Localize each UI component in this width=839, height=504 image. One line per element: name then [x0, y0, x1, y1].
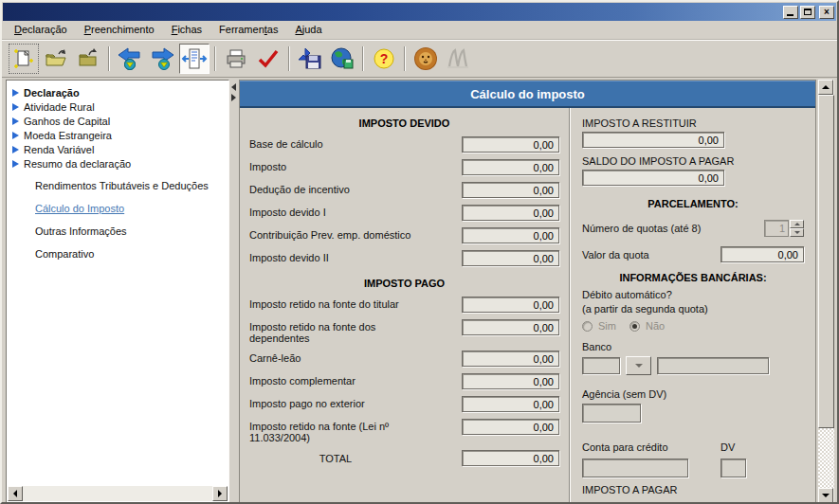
scroll-down-button[interactable] [818, 488, 833, 503]
scroll-up-button[interactable] [818, 80, 833, 95]
field-label: Dedução de incentivo [249, 182, 462, 195]
form-navigator-button[interactable] [179, 44, 210, 74]
valor-quota-label: Valor da quota [582, 249, 720, 261]
transmit-internet-button[interactable] [327, 44, 357, 74]
quotas-spinner[interactable]: 1 [764, 220, 804, 237]
sidebar-item[interactable]: Moeda Estrangeira [12, 128, 227, 142]
signature-button[interactable] [443, 44, 473, 74]
field-label: Imposto retido na fonte do titular [249, 297, 462, 310]
sidebar-item[interactable]: Resumo da declaração [12, 156, 227, 171]
sidebar-horizontal-scrollbar[interactable] [8, 486, 228, 501]
amount-field[interactable]: 0,00 [462, 319, 559, 335]
maximize-button[interactable] [800, 6, 815, 19]
imposto-devido-rows: Base de cálculo0,00Imposto0,00Dedução de… [249, 136, 559, 266]
menu-item[interactable]: Ajuda [286, 22, 330, 38]
amount-field[interactable]: 0,00 [462, 227, 559, 243]
sidebar-item[interactable]: Comparativo [35, 246, 227, 261]
conta-field[interactable] [582, 459, 688, 477]
sidebar-item[interactable]: Declaração [12, 85, 227, 99]
agencia-label: Agência (sem DV) [582, 388, 804, 400]
scrollbar-track[interactable] [818, 428, 834, 488]
restituir-field[interactable]: 0,00 [582, 132, 724, 148]
amount-field[interactable]: 0,00 [462, 250, 559, 266]
radio-nao[interactable] [629, 321, 640, 332]
sidebar-item-label: Resumo da declaração [24, 158, 131, 170]
title-bar[interactable]: × [3, 3, 836, 21]
amount-field[interactable]: 0,00 [462, 205, 559, 221]
sidebar-item[interactable]: Atividade Rural [12, 99, 227, 114]
toolbar-separator [404, 46, 406, 71]
spin-down-icon [794, 231, 800, 234]
splitter[interactable] [229, 80, 239, 503]
amount-field[interactable]: 0,00 [462, 373, 559, 389]
money-row: Imposto complementar0,00 [249, 373, 559, 389]
new-declaration-button[interactable] [9, 44, 39, 74]
menu-item[interactable]: Declaração [6, 22, 76, 38]
agencia-field[interactable] [582, 404, 641, 423]
field-label: Imposto devido II [249, 250, 462, 263]
scrollbar-track[interactable] [23, 486, 212, 501]
quotas-value[interactable]: 1 [764, 220, 789, 237]
menu-item[interactable]: Ferramentas [210, 22, 286, 38]
conta-fields [582, 459, 804, 477]
main-panel: Cálculo do imposto IMPOSTO DEVIDO Base d… [239, 80, 816, 503]
amount-field[interactable]: 0,00 [462, 396, 559, 412]
spin-up-button[interactable] [790, 220, 804, 228]
sidebar-item[interactable]: Ganhos de Capital [12, 114, 227, 128]
amount-field[interactable]: 0,00 [462, 136, 559, 153]
check-icon [256, 47, 281, 70]
banco-code-field[interactable] [582, 357, 620, 374]
banco-name-field[interactable] [657, 357, 769, 374]
scroll-right-button[interactable] [212, 486, 228, 501]
receita-lion-button[interactable] [410, 44, 441, 74]
amount-field[interactable]: 0,00 [462, 159, 559, 175]
scroll-left-button[interactable] [8, 486, 23, 501]
tree-arrow-icon [12, 160, 19, 168]
money-row: Base de cálculo0,00 [249, 136, 559, 153]
imposto-pago-rows: Imposto retido na fonte do titular0,00Im… [249, 297, 559, 466]
close-button[interactable]: × [819, 6, 834, 19]
sidebar-item[interactable]: Renda Variável [12, 142, 227, 156]
spin-down-button[interactable] [790, 228, 804, 237]
banco-dropdown-button[interactable] [626, 356, 651, 375]
menu-item[interactable]: Fichas [163, 22, 210, 38]
vertical-scrollbar[interactable] [818, 80, 834, 503]
svg-text:?: ? [380, 51, 389, 66]
conta-labels: Conta para crédito DV [582, 440, 804, 456]
sidebar-item[interactable]: Rendimentos Tributáveis e Deduções [35, 178, 227, 193]
saldo-field[interactable]: 0,00 [582, 170, 724, 186]
debito-note: (a partir da segunda quota) [582, 303, 804, 315]
valor-quota-field[interactable]: 0,00 [720, 246, 804, 262]
amount-field[interactable]: 0,00 [462, 351, 559, 367]
verify-button[interactable] [253, 44, 283, 74]
previous-field-button[interactable] [115, 44, 145, 74]
minimize-button[interactable] [783, 6, 798, 19]
money-row: Imposto devido I0,00 [249, 205, 559, 221]
tree-arrow-icon [12, 89, 19, 97]
help-button[interactable]: ? [369, 44, 399, 74]
amount-field[interactable]: 0,00 [462, 297, 559, 313]
toolbar: ? [2, 40, 837, 78]
amount-field[interactable]: 0,00 [462, 182, 559, 198]
save-copy-button[interactable] [295, 44, 325, 74]
amount-field[interactable]: 0,00 [462, 450, 559, 466]
sidebar-item-label: Outras Informações [35, 225, 127, 237]
field-label: Imposto retido na fonte dos dependentes [249, 319, 462, 344]
tree-arrow-icon [12, 132, 19, 139]
field-label: Imposto retido na fonte (Lei nº 11.033/2… [249, 419, 462, 443]
amount-field[interactable]: 0,00 [462, 419, 559, 435]
open-declaration-button[interactable] [41, 44, 71, 74]
radio-nao-label: Não [646, 320, 665, 332]
close-declaration-button[interactable] [73, 44, 103, 74]
print-button[interactable] [221, 44, 251, 74]
menu-item[interactable]: Preenchimento [76, 22, 163, 38]
next-field-button[interactable] [147, 44, 177, 74]
sidebar-item[interactable]: Outras Informações [35, 224, 227, 239]
field-label: Imposto devido I [249, 205, 462, 218]
scrollbar-thumb[interactable] [818, 95, 834, 428]
sidebar-item-label: Ganhos de Capital [24, 116, 110, 127]
sidebar-item[interactable]: Cálculo do Imposto [35, 201, 227, 216]
radio-sim[interactable] [582, 321, 593, 332]
new-document-icon [12, 47, 35, 70]
dv-field[interactable] [720, 459, 746, 477]
